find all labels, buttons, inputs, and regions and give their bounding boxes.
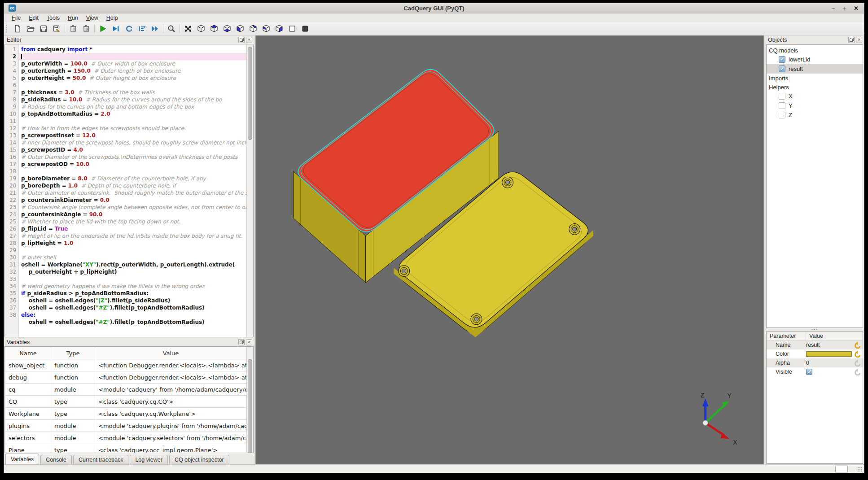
- code-line[interactable]: p_screwpostOD = 10.0: [19, 161, 247, 168]
- objects-float-button[interactable]: [848, 37, 855, 43]
- y-checkbox[interactable]: [779, 102, 785, 109]
- code-line[interactable]: p_flipLid = True: [19, 225, 247, 232]
- cube-iso-button[interactable]: [196, 23, 206, 34]
- editor-float-button[interactable]: [238, 37, 245, 43]
- undo-button[interactable]: [852, 368, 863, 375]
- tree-group-cq-models[interactable]: CQ models: [767, 46, 863, 55]
- zoom-button[interactable]: [166, 23, 177, 34]
- param-row-color[interactable]: Color: [767, 349, 863, 358]
- cube-front-button[interactable]: [235, 23, 245, 34]
- new-file-button[interactable]: [12, 23, 23, 34]
- code-line[interactable]: # Outer Diameter of the screwposts.\nDet…: [19, 153, 247, 161]
- code-line[interactable]: # Whether to place the lid with the top …: [19, 218, 247, 225]
- variables-float-button[interactable]: [238, 339, 245, 345]
- variables-row[interactable]: selectorsmodule<module 'cadquery.selecto…: [5, 432, 247, 444]
- cube-right-button[interactable]: [274, 23, 285, 34]
- variables-scrollbar[interactable]: [246, 347, 253, 453]
- variables-row[interactable]: debugfunction<function Debugger.render.<…: [5, 371, 247, 384]
- menu-view[interactable]: View: [82, 14, 102, 22]
- step-over-button[interactable]: [136, 23, 147, 34]
- step-into-button[interactable]: [123, 23, 134, 34]
- continue-button[interactable]: [149, 23, 160, 34]
- view-shaded-button[interactable]: [300, 23, 311, 34]
- variables-row[interactable]: show_objectfunction<function Debugger.re…: [5, 359, 247, 371]
- param-row-visible[interactable]: Visible: [767, 367, 863, 376]
- tab-log-viewer[interactable]: Log viewer: [130, 455, 167, 464]
- code-line[interactable]: p_outerLength = 150.0 # Outer length of …: [19, 67, 247, 74]
- delete-button[interactable]: [81, 23, 92, 34]
- maximize-button[interactable]: +: [843, 5, 846, 11]
- tab-variables[interactable]: Variables: [5, 454, 39, 464]
- code-line[interactable]: p_thickness = 3.0 # Thickness of the box…: [19, 89, 247, 96]
- toolbar-drag-handle[interactable]: [6, 24, 8, 33]
- code-line[interactable]: [19, 82, 247, 89]
- code-line[interactable]: oshell = oshell.edges("|Z").fillet(p_sid…: [19, 297, 247, 304]
- variables-col-type[interactable]: Type: [51, 347, 95, 359]
- variables-col-name[interactable]: Name: [5, 347, 51, 359]
- variables-row[interactable]: Planetype<class 'cadquery.occ_impl.geom.…: [5, 444, 247, 454]
- menu-edit[interactable]: Edit: [25, 14, 43, 22]
- code-line[interactable]: # weird geometry happens if we make the …: [19, 283, 247, 290]
- code-line[interactable]: oshell = Workplane("XY").rect(p_outerWid…: [19, 261, 247, 268]
- code-line[interactable]: [19, 168, 247, 175]
- code-line[interactable]: oshell = oshell.edges("#Z").fillet(p_top…: [19, 319, 247, 326]
- objects-parameter-splitter[interactable]: [765, 328, 864, 331]
- tree-item-result[interactable]: result: [767, 64, 863, 74]
- undo-button[interactable]: [852, 350, 863, 358]
- code-line[interactable]: from cadquery import *: [19, 46, 247, 53]
- tab-cq-object-inspector[interactable]: CQ object inspector: [169, 455, 229, 464]
- cube-back-button[interactable]: [248, 23, 259, 34]
- code-line[interactable]: p_sideRadius = 10.0 # Radius for the cur…: [19, 96, 247, 103]
- code-line[interactable]: p_screwpostInset = 12.0: [19, 132, 247, 139]
- code-line[interactable]: [19, 118, 247, 125]
- code-line[interactable]: p_boreDiameter = 8.0 # Diameter of the c…: [19, 175, 247, 182]
- code-line[interactable]: p_lipHeight = 1.0: [19, 240, 247, 247]
- code-editor[interactable]: 1234567891011121314151617181920212223242…: [4, 44, 254, 337]
- view-wireframe-button[interactable]: [287, 23, 298, 34]
- undo-button[interactable]: [852, 341, 863, 349]
- cube-top-button[interactable]: [209, 23, 219, 34]
- code-line[interactable]: p_countersinkAngle = 90.0: [19, 211, 247, 218]
- tree-item-lowerlid[interactable]: lowerLid: [767, 55, 863, 64]
- menu-file[interactable]: File: [8, 14, 25, 22]
- code-line[interactable]: # Outer diameter of countersink. Should …: [19, 189, 247, 196]
- code-line[interactable]: if p_sideRadius > p_topAndBottomRadius:: [19, 290, 247, 297]
- objects-close-button[interactable]: ✕: [856, 37, 862, 43]
- code-line[interactable]: p_boreDepth = 1.0 # Depth of the counter…: [19, 182, 247, 189]
- variables-close-button[interactable]: ✕: [246, 339, 252, 345]
- code-line[interactable]: [19, 53, 247, 60]
- resize-grip[interactable]: [857, 467, 862, 471]
- code-line[interactable]: # How far in from the edges the screwpos…: [19, 125, 247, 132]
- code-line[interactable]: # Countersink angle (complete angle betw…: [19, 204, 247, 211]
- tree-item-y[interactable]: Y: [767, 101, 863, 110]
- cube-bottom-button[interactable]: [222, 23, 232, 34]
- code-line[interactable]: # nner Diameter of the screwpost holes, …: [19, 139, 247, 146]
- undo-button[interactable]: [852, 359, 863, 367]
- code-line[interactable]: oshell = oshell.edges("#Z").fillet(p_top…: [19, 304, 247, 311]
- code-line[interactable]: [19, 275, 247, 283]
- code-line[interactable]: p_outerHeight = 50.0 # Outer height of b…: [19, 74, 247, 82]
- minimize-button[interactable]: −: [832, 5, 835, 11]
- result-checkbox[interactable]: [779, 65, 785, 72]
- clear-button[interactable]: [68, 23, 79, 34]
- variables-scrollbar-thumb[interactable]: [248, 359, 252, 453]
- variables-row[interactable]: cqmodule<module 'cadquery' from '/home/a…: [5, 384, 247, 396]
- tree-item-x[interactable]: X: [767, 92, 863, 101]
- close-button[interactable]: ✕: [854, 5, 859, 11]
- code-line[interactable]: # outer shell: [19, 254, 247, 261]
- editor-scrollbar-thumb[interactable]: [248, 47, 252, 140]
- run-button[interactable]: [97, 23, 108, 34]
- menu-tools[interactable]: Tools: [43, 14, 64, 22]
- menu-help[interactable]: Help: [102, 14, 122, 22]
- x-checkbox[interactable]: [779, 93, 785, 100]
- code-line[interactable]: p_countersinkDiameter = 0.0: [19, 196, 247, 204]
- visible-checkbox[interactable]: [806, 369, 812, 375]
- code-line[interactable]: p_outerWidth = 100.0 # Outer width of bo…: [19, 60, 247, 67]
- editor-close-button[interactable]: ✕: [246, 37, 252, 43]
- tree-group-imports[interactable]: Imports: [767, 74, 863, 83]
- tree-group-helpers[interactable]: Helpers: [767, 83, 863, 92]
- save-as-button[interactable]: [51, 23, 62, 34]
- variables-row[interactable]: Workplanetype<class 'cadquery.cq.Workpla…: [5, 408, 247, 420]
- z-checkbox[interactable]: [779, 112, 785, 118]
- variables-row[interactable]: CQtype<class 'cadquery.cq.CQ'>: [5, 396, 247, 408]
